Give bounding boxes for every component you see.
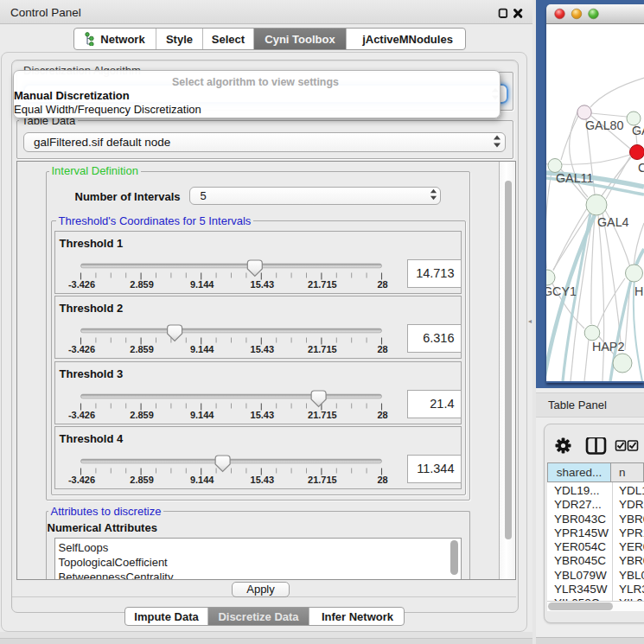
svg-text:GAL80: GAL80 [585, 118, 624, 132]
svg-text:28: 28 [377, 475, 387, 485]
svg-text:21.715: 21.715 [308, 475, 337, 485]
svg-text:28: 28 [377, 410, 387, 420]
svg-text:2.859: 2.859 [130, 410, 154, 420]
svg-text:9.144: 9.144 [189, 344, 214, 354]
svg-text:GAL4: GAL4 [597, 215, 629, 229]
svg-text:HAP2: HAP2 [592, 340, 624, 354]
svg-text:-3.426: -3.426 [67, 344, 94, 354]
svg-text:28: 28 [377, 344, 387, 354]
svg-text:15.43: 15.43 [250, 475, 274, 485]
svg-text:21.715: 21.715 [308, 410, 337, 420]
svg-text:GA: GA [632, 124, 644, 137]
svg-text:21.715: 21.715 [308, 279, 337, 290]
svg-text:15.43: 15.43 [250, 410, 274, 420]
svg-text:H: H [634, 284, 643, 298]
svg-text:2.859: 2.859 [130, 279, 154, 290]
svg-text:15.43: 15.43 [250, 279, 274, 290]
svg-text:21.715: 21.715 [308, 344, 337, 354]
svg-text:28: 28 [377, 279, 387, 290]
svg-text:GCY1: GCY1 [546, 284, 577, 298]
svg-text:-3.426: -3.426 [67, 475, 94, 485]
svg-text:2.859: 2.859 [130, 344, 154, 354]
svg-text:2.859: 2.859 [130, 475, 154, 485]
svg-text:9.144: 9.144 [189, 410, 214, 420]
svg-text:9.144: 9.144 [189, 475, 214, 485]
svg-text:-3.426: -3.426 [67, 410, 94, 420]
svg-text:GAL11: GAL11 [556, 171, 593, 185]
svg-text:C: C [638, 161, 644, 175]
svg-text:15.43: 15.43 [250, 344, 274, 354]
svg-text:9.144: 9.144 [189, 279, 214, 290]
svg-text:-3.426: -3.426 [67, 279, 94, 290]
